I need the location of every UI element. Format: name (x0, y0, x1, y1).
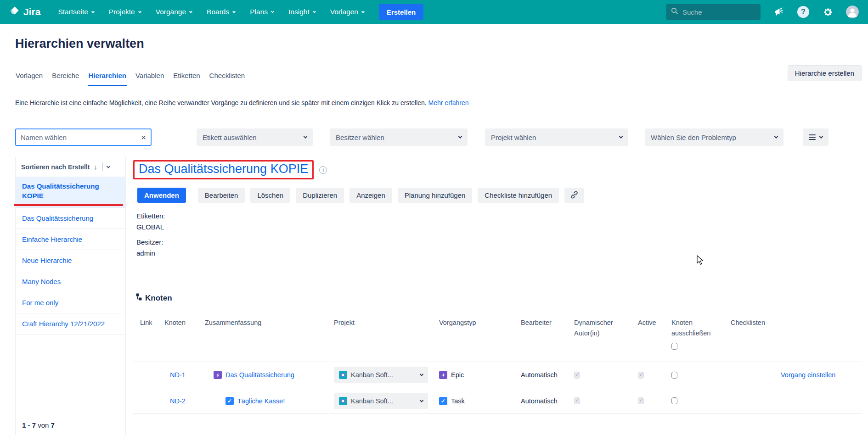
hierarchy-list-sidebar: Sortieren nach Erstellt ↓ Das Qualitätss… (15, 157, 126, 435)
col-header-projekt: Projekt (327, 309, 432, 362)
nav-item-startseite[interactable]: Startseite (58, 8, 94, 16)
sidebar-empty-space (16, 335, 125, 415)
table-row: ND-1 Das Qualitätssicherung Kanban Soft.… (133, 362, 862, 388)
announcements-icon[interactable] (773, 6, 785, 18)
project-cell: Kanban Soft... (327, 367, 432, 383)
summary-link[interactable]: Tägliche Kasse! (237, 397, 285, 405)
node-key-link[interactable]: ND-1 (158, 371, 198, 379)
create-hierarchy-button[interactable]: Hierarchie erstellen (788, 65, 862, 81)
issuetype-cell: Epic (432, 371, 514, 379)
table-row: ND-2 ✓ Tägliche Kasse! Kanban Soft... ✓ … (133, 388, 862, 414)
tab-bereiche[interactable]: Bereiche (51, 71, 79, 86)
col-header-dynamischer-autor: Dynamischer Autor(in) (567, 309, 631, 362)
annotation-red-box: Das Qualitätssicherung KOPIE (133, 160, 314, 179)
clear-icon[interactable]: × (141, 133, 146, 142)
owner-value: admin (136, 248, 165, 259)
col-header-active: Active (631, 309, 665, 362)
edit-button[interactable]: Bearbeiten (198, 188, 245, 203)
summary-link[interactable]: Das Qualitätssicherung (225, 371, 294, 379)
assignee-cell: Automatisch (514, 371, 567, 379)
add-checklist-button[interactable]: Checkliste hinzufügen (478, 188, 559, 203)
show-button[interactable]: Anzeigen (349, 188, 392, 203)
chevron-down-icon (313, 10, 316, 13)
col-header-knoten-ausschliessen: Knoten ausschließen (665, 309, 724, 362)
nav-item-plans[interactable]: Plans (250, 8, 274, 16)
nav-item-projekte[interactable]: Projekte (109, 8, 141, 16)
settings-gear-icon[interactable] (822, 6, 834, 18)
tab-variablen[interactable]: Variablen (135, 71, 164, 86)
learn-more-link[interactable]: Mehr erfahren (428, 99, 469, 106)
chevron-down-icon (189, 10, 192, 13)
global-search[interactable] (666, 4, 761, 20)
add-plan-button[interactable]: Planung hinzufügen (398, 188, 473, 203)
sidebar-item-hierarchy[interactable]: Einfache Hierarchie (16, 229, 125, 250)
sort-direction-icon[interactable]: ↓ (94, 163, 97, 171)
nav-item-vorgaenge[interactable]: Vorgänge (156, 8, 192, 16)
detail-meta: Etiketten: GLOBAL Besitzer: admin (136, 211, 165, 263)
exclude-cell (665, 397, 724, 404)
chevron-down-icon (232, 10, 236, 13)
exclude-node-checkbox[interactable] (671, 397, 677, 404)
table-header-row: Link Knoten Zusammenfassung Projekt Vorg… (133, 309, 862, 362)
chevron-down-icon (774, 134, 778, 138)
project-select[interactable]: Kanban Soft... (334, 367, 428, 383)
exclude-node-checkbox[interactable] (671, 372, 677, 379)
summary-cell: ✓ Tägliche Kasse! (198, 397, 327, 405)
search-icon (671, 7, 678, 17)
delete-button[interactable]: Löschen (250, 188, 290, 203)
navbar-right: ? (666, 4, 859, 20)
nav-item-vorlagen[interactable]: Vorlagen (330, 8, 364, 16)
name-filter-input[interactable] (21, 134, 141, 141)
page-description: Eine Hierarchie ist eine einfache Möglic… (15, 99, 469, 106)
tab-etiketten[interactable]: Etiketten (173, 71, 200, 86)
chevron-down-icon (458, 134, 462, 138)
tab-checklisten[interactable]: Checklisten (209, 71, 246, 86)
copy-link-button[interactable] (564, 188, 584, 203)
node-key-link[interactable]: ND-2 (158, 397, 198, 405)
chevron-down-icon[interactable] (107, 164, 110, 168)
sidebar-item-hierarchy[interactable]: Craft Hierarchy 12/21/2022 (16, 313, 125, 335)
nav-item-insight[interactable]: Insight (288, 8, 316, 16)
chevron-down-icon (138, 10, 141, 13)
tab-vorlagen[interactable]: Vorlagen (15, 71, 43, 86)
project-filter-select[interactable]: Projekt wählen (485, 128, 628, 146)
sidebar-item-hierarchy[interactable]: Das Qualitätssicherung KOPIE (16, 177, 125, 208)
nodes-table: Link Knoten Zusammenfassung Projekt Vorg… (133, 309, 862, 414)
chevron-down-icon (819, 134, 823, 138)
active-cell (631, 397, 665, 404)
duplicate-button[interactable]: Duplizieren (296, 188, 344, 203)
sort-label: Sortieren nach Erstellt (21, 163, 90, 171)
owner-filter-select[interactable]: Besitzer wählen (330, 128, 468, 146)
tabs-bar: Vorlagen Bereiche Hierarchien Variablen … (0, 71, 868, 86)
set-issue-link[interactable]: Vorgang einstellen (724, 371, 835, 379)
jira-logo[interactable]: Jira (9, 6, 40, 19)
detail-actions: Anwenden Bearbeiten Löschen Duplizieren … (137, 188, 584, 203)
apply-button[interactable]: Anwenden (137, 188, 186, 203)
label-filter-select[interactable]: Etikett auswählen (197, 128, 313, 146)
sidebar-item-hierarchy[interactable]: Das Qualitätssicherung (16, 208, 125, 229)
link-icon (570, 190, 579, 201)
sort-control[interactable]: Sortieren nach Erstellt ↓ (16, 157, 125, 177)
search-input[interactable] (682, 8, 774, 16)
user-avatar[interactable] (846, 6, 859, 18)
dynamic-author-cell (567, 372, 631, 379)
info-icon[interactable]: i (319, 166, 327, 174)
list-options-button[interactable] (803, 128, 829, 146)
sidebar-item-hierarchy[interactable]: Neue Hierarchie (16, 250, 125, 271)
create-issue-button[interactable]: Erstellen (379, 4, 423, 20)
checklist-cell: Vorgang einstellen (724, 371, 862, 379)
chevron-down-icon (361, 10, 365, 13)
exclude-all-checkbox[interactable] (671, 343, 677, 350)
main-nav: Startseite Projekte Vorgänge Boards Plan… (58, 8, 364, 16)
help-icon[interactable]: ? (797, 6, 809, 18)
tab-hierarchien[interactable]: Hierarchien (88, 71, 127, 86)
name-filter-field[interactable]: × (15, 128, 152, 146)
issuetype-filter-select[interactable]: Wählen Sie den Problemtyp (645, 128, 783, 146)
nav-item-boards[interactable]: Boards (207, 8, 235, 16)
project-avatar (339, 397, 347, 405)
hamburger-icon (809, 133, 816, 141)
project-select[interactable]: Kanban Soft... (334, 393, 428, 409)
sidebar-item-hierarchy[interactable]: Many Nodes (16, 271, 125, 292)
annotation-red-underline (14, 204, 123, 206)
sidebar-item-hierarchy[interactable]: For me only (16, 292, 125, 313)
